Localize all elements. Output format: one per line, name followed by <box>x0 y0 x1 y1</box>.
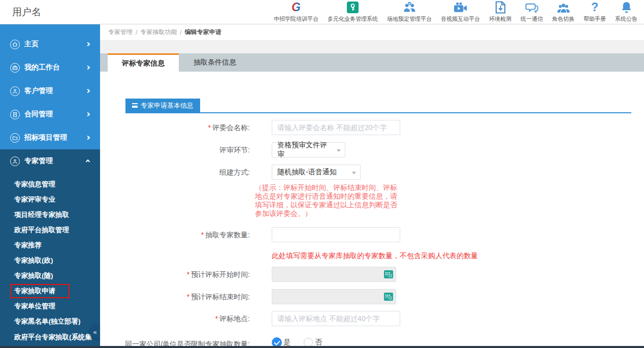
field-label: 评委会名称: <box>212 123 250 132</box>
caret-down-icon <box>337 149 341 154</box>
field-label: 评审环节: <box>219 146 250 154</box>
select-value: 随机抽取-语音通知 <box>277 168 337 177</box>
sidebar-nav: 主页 我的工作台 客户管理 合同管理 招标项目管理 专家管理 <box>0 24 100 348</box>
sidebar-item-customers[interactable]: 客户管理 <box>0 79 100 103</box>
required-asterisk: * <box>201 231 204 239</box>
contract-icon <box>10 110 20 119</box>
chevron-right-icon <box>86 66 90 70</box>
app-label: 场地预定管理平台 <box>387 15 432 23</box>
breadcrumb-link-expert-mgmt[interactable]: 专家管理 <box>108 28 133 37</box>
calendar-icon[interactable] <box>384 293 393 303</box>
formation-method-select[interactable]: 随机抽取-语音通知 <box>272 165 361 180</box>
form-row-formation-method: 组建方式: 随机抽取-语音通知 （提示：评标开始时间、评标结束时间、评标地点是对… <box>100 165 644 218</box>
app-role-switch[interactable]: 角色切换 <box>548 0 579 25</box>
app-system-announcement[interactable]: 系统公告 <box>610 0 642 25</box>
expert-count-hint-text: 此处填写需要从专家库抽取的专家数量，不包含采购人代表的数量 <box>272 251 478 261</box>
breadcrumb-separator: / <box>180 29 181 36</box>
submenu-item-pm-expert-draw[interactable]: 项目经理专家抽取 <box>0 207 100 223</box>
question-icon: ? <box>591 1 598 14</box>
sidebar-item-label: 主页 <box>24 40 39 49</box>
sidebar-item-contracts[interactable]: 合同管理 <box>0 103 100 126</box>
submenu-item-expert-info[interactable]: 专家信息管理 <box>0 177 100 192</box>
sidebar-item-expert-management[interactable]: 专家管理 <box>0 149 100 173</box>
home-icon <box>10 40 20 49</box>
highlight-box: 专家抽取申请 <box>10 284 70 298</box>
sidebar-item-label: 招标项目管理 <box>24 133 67 142</box>
top-header: 用户名 G 中招学院培训平台 多元化业务管理系统 场地预定管理平台 音视频互动平… <box>0 0 644 24</box>
breadcrumb-separator: / <box>136 29 137 36</box>
expert-count-input[interactable] <box>272 227 400 242</box>
form-row-review-stage: 评审环节: 资格预审文件评审 <box>100 142 644 157</box>
breadcrumb-link-expert-draw[interactable]: 专家抽取功能 <box>140 28 177 37</box>
sidebar-item-label: 我的工作台 <box>24 63 60 72</box>
chevron-right-icon <box>86 136 90 140</box>
sidebar-item-label: 客户管理 <box>24 86 53 96</box>
sidebar-item-label: 专家管理 <box>24 156 53 166</box>
submenu-item-expert-review-major[interactable]: 专家评审专业 <box>0 192 100 207</box>
form-row-committee-name: *评委会名称: <box>100 120 644 135</box>
breadcrumb: 专家管理 / 专家抽取功能 / 编辑专家申请 <box>100 24 644 40</box>
app-help-manual[interactable]: ? 帮助手册 <box>579 0 610 25</box>
app-label: 环境检测 <box>489 15 511 23</box>
submenu-item-expert-draw-apply[interactable]: 专家抽取申请 <box>0 283 100 299</box>
app-unified-communication[interactable]: 统一通信 <box>516 0 548 25</box>
submenu-item-gov-platform-expert-draw[interactable]: 政府平台专家抽取(系统集成) <box>0 329 100 348</box>
app-av-interaction[interactable]: 音视频互动平台 <box>436 0 485 25</box>
location-input[interactable] <box>272 311 400 326</box>
select-value: 资格预审文件评审 <box>277 141 333 159</box>
people-check-icon <box>403 1 416 14</box>
app-label: 统一通信 <box>521 15 543 23</box>
bell-icon <box>621 1 632 14</box>
tab-draw-conditions[interactable]: 抽取条件信息 <box>179 53 251 72</box>
sidebar-item-home[interactable]: 主页 <box>0 33 100 56</box>
app-launcher-row: G 中招学院培训平台 多元化业务管理系统 场地预定管理平台 音视频互动平台 <box>269 0 644 25</box>
field-label: 预计评标结束时间: <box>191 293 250 301</box>
start-time-input[interactable] <box>272 267 396 282</box>
project-folder-icon <box>10 133 20 143</box>
submenu-item-expert-draw-gov[interactable]: 专家抽取(政) <box>0 253 100 268</box>
field-label: 预计评标开始时间: <box>191 270 250 278</box>
chevron-right-icon <box>86 42 90 46</box>
form-row-end-time: *预计评标结束时间: <box>100 289 644 304</box>
customer-icon <box>10 86 20 96</box>
expert-submenu: 专家信息管理 专家评审专业 项目经理专家抽取 政府平台抽取管理 专家推荐 专家抽… <box>0 173 100 348</box>
app-diversified-business[interactable]: 多元化业务管理系统 <box>323 0 382 25</box>
username-label: 用户名 <box>0 6 41 19</box>
sidebar-item-label: 合同管理 <box>24 110 53 119</box>
submenu-item-gov-platform-draw-mgmt[interactable]: 政府平台抽取管理 <box>0 223 100 238</box>
submenu-item-expert-unit-mgmt[interactable]: 专家单位管理 <box>0 299 100 314</box>
sidebar-item-bidding-projects[interactable]: 招标项目管理 <box>0 126 100 149</box>
end-time-input[interactable] <box>272 289 396 304</box>
key-icon <box>346 1 359 14</box>
sidebar-item-workbench[interactable]: 我的工作台 <box>0 56 100 79</box>
g-logo-icon: G <box>292 1 301 14</box>
app-label: 音视频互动平台 <box>441 15 480 23</box>
video-camera-icon <box>454 1 467 14</box>
chat-bubbles-icon <box>525 1 539 14</box>
app-venue-booking[interactable]: 场地预定管理平台 <box>382 0 436 25</box>
form-panel: 专家申请基本信息 *评委会名称: 评审环节: 资格预审文件评审 <box>100 72 644 348</box>
tab-expert-info[interactable]: 评标专家信息 <box>108 53 179 72</box>
chevron-right-icon <box>86 89 90 93</box>
submenu-item-expert-recommend[interactable]: 专家推荐 <box>0 238 100 253</box>
required-asterisk: * <box>208 123 211 132</box>
tab-bar: 评标专家信息 抽取条件信息 <box>100 53 644 72</box>
app-environment-check[interactable]: 环境检测 <box>485 0 516 25</box>
required-asterisk: * <box>187 270 189 278</box>
app-label: 角色切换 <box>552 15 574 23</box>
form-row-expert-count: *抽取专家数量: 此处填写需要从专家库抽取的专家数量，不包含采购人代表的数量 <box>100 227 644 261</box>
submenu-item-expert-draw-random[interactable]: 专家抽取(随) <box>0 268 100 283</box>
calendar-icon[interactable] <box>384 270 393 280</box>
caret-down-icon <box>352 172 356 176</box>
expert-icon <box>10 156 20 166</box>
committee-name-input[interactable] <box>272 120 400 135</box>
app-label: 帮助手册 <box>584 15 606 23</box>
app-label: 系统公告 <box>615 15 637 23</box>
field-label: 抽取专家数量: <box>205 231 250 239</box>
app-training-platform[interactable]: G 中招学院培训平台 <box>269 0 323 25</box>
document-download-icon <box>495 1 506 14</box>
form-row-start-time: *预计评标开始时间: <box>100 267 644 282</box>
spacer-band <box>100 40 644 53</box>
review-stage-select[interactable]: 资格预审文件评审 <box>272 142 345 157</box>
submenu-item-expert-blacklist[interactable]: 专家黑名单(独立部署) <box>0 314 100 329</box>
